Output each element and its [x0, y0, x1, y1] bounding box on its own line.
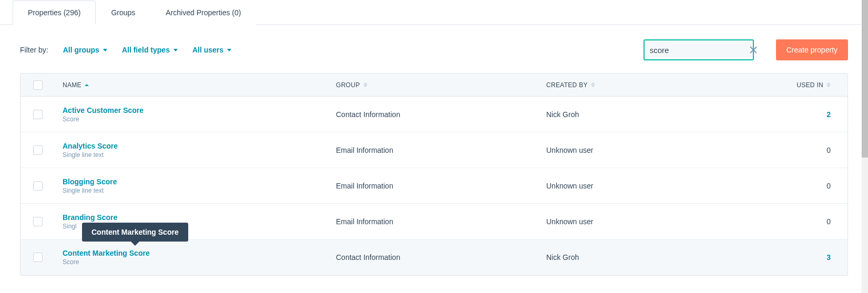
table-header: NAME GROUP CREATED BY USE	[21, 74, 847, 97]
scrollbar[interactable]	[862, 0, 868, 276]
filter-groups-label: All groups	[63, 46, 99, 54]
column-header-usedin[interactable]: USED IN	[707, 81, 847, 89]
property-type-label: Single line text	[63, 187, 117, 194]
chevron-down-icon	[227, 49, 231, 51]
property-name-link[interactable]: Branding Score	[63, 213, 117, 222]
row-checkbox[interactable]	[33, 253, 43, 262]
row-createdby-cell: Nick Groh	[539, 253, 707, 261]
chevron-down-icon	[103, 49, 107, 51]
tab-properties[interactable]: Properties (296)	[13, 1, 96, 25]
row-checkbox-cell	[21, 253, 55, 262]
filter-users-dropdown[interactable]: All users	[192, 46, 231, 54]
row-name-cell: Analytics ScoreSingle line text	[55, 142, 329, 159]
column-header-name[interactable]: NAME	[55, 81, 329, 89]
used-in-value: 0	[826, 182, 831, 190]
filter-groups-dropdown[interactable]: All groups	[63, 46, 107, 54]
table-row[interactable]: Active Customer ScoreScoreContact Inform…	[21, 97, 847, 132]
tabs-bar: Properties (296) Groups Archived Propert…	[0, 0, 868, 25]
property-name-link[interactable]: Blogging Score	[63, 177, 117, 186]
sort-icon	[363, 82, 367, 87]
row-checkbox[interactable]	[33, 181, 43, 191]
row-group-cell: Email Information	[329, 182, 539, 190]
used-in-link[interactable]: 2	[826, 110, 831, 119]
row-group-cell: Email Information	[329, 217, 539, 226]
tab-archived[interactable]: Archived Properties (0)	[150, 1, 256, 25]
property-type-label: Single line text	[63, 151, 118, 159]
clear-search-icon[interactable]	[750, 45, 757, 55]
row-checkbox-cell	[21, 181, 55, 191]
row-createdby-cell: Unknown user	[539, 146, 707, 154]
row-createdby-cell: Unknown user	[539, 217, 707, 226]
row-usedin-cell: 0	[707, 217, 847, 226]
row-name-cell: Content Marketing ScoreScore	[55, 249, 329, 266]
property-type-label: Score	[63, 116, 144, 123]
filter-users-label: All users	[192, 46, 223, 54]
row-checkbox[interactable]	[33, 217, 43, 226]
used-in-link[interactable]: 3	[826, 253, 831, 261]
sort-icon	[591, 82, 595, 87]
row-checkbox-cell	[21, 145, 55, 155]
used-in-value: 0	[826, 146, 831, 154]
row-group-cell: Contact Information	[329, 110, 539, 119]
row-name-cell: Active Customer ScoreScore	[55, 106, 329, 123]
column-header-group[interactable]: GROUP	[329, 81, 539, 89]
sort-icon	[85, 84, 89, 86]
property-name-link[interactable]: Active Customer Score	[63, 106, 144, 114]
row-checkbox[interactable]	[33, 145, 43, 155]
property-type-label: Singl	[63, 223, 117, 230]
row-group-cell: Email Information	[329, 146, 539, 154]
row-checkbox[interactable]	[33, 110, 43, 119]
property-type-label: Score	[63, 258, 150, 266]
row-usedin-cell: 2	[707, 110, 847, 119]
row-createdby-cell: Nick Groh	[539, 110, 707, 119]
chevron-down-icon	[173, 49, 178, 51]
property-name-link[interactable]: Content Marketing Score	[63, 249, 150, 257]
row-usedin-cell: 3	[707, 253, 847, 261]
sort-icon	[826, 82, 831, 87]
header-checkbox-cell	[21, 80, 55, 90]
search-input[interactable]	[650, 46, 750, 55]
row-checkbox-cell	[21, 217, 55, 226]
table-row[interactable]: Branding ScoreSinglEmail InformationUnkn…	[21, 204, 847, 239]
row-checkbox-cell	[21, 110, 55, 119]
tab-groups[interactable]: Groups	[96, 1, 150, 25]
row-usedin-cell: 0	[707, 182, 847, 190]
row-name-cell: Branding ScoreSingl	[55, 213, 329, 230]
select-all-checkbox[interactable]	[33, 80, 43, 90]
create-property-button[interactable]: Create property	[776, 39, 848, 60]
filter-by-label: Filter by:	[20, 46, 48, 54]
filter-row: Filter by: All groups All field types Al…	[13, 39, 855, 73]
column-header-createdby[interactable]: CREATED BY	[539, 81, 707, 89]
table-row[interactable]: Analytics ScoreSingle line textEmail Inf…	[21, 132, 847, 168]
used-in-value: 0	[826, 217, 831, 226]
row-group-cell: Contact Information	[329, 253, 539, 261]
property-name-link[interactable]: Analytics Score	[63, 142, 118, 150]
row-createdby-cell: Unknown user	[539, 182, 707, 190]
row-name-cell: Blogging ScoreSingle line text	[55, 177, 329, 194]
table-row[interactable]: Content Marketing ScoreScoreContact Info…	[21, 239, 847, 275]
properties-table: NAME GROUP CREATED BY USE	[20, 73, 848, 276]
table-row[interactable]: Blogging ScoreSingle line textEmail Info…	[21, 168, 847, 204]
filter-fieldtypes-label: All field types	[122, 46, 170, 54]
filter-fieldtypes-dropdown[interactable]: All field types	[122, 46, 178, 54]
scrollbar-thumb[interactable]	[862, 0, 868, 158]
row-usedin-cell: 0	[707, 146, 847, 154]
search-box[interactable]	[644, 39, 754, 60]
